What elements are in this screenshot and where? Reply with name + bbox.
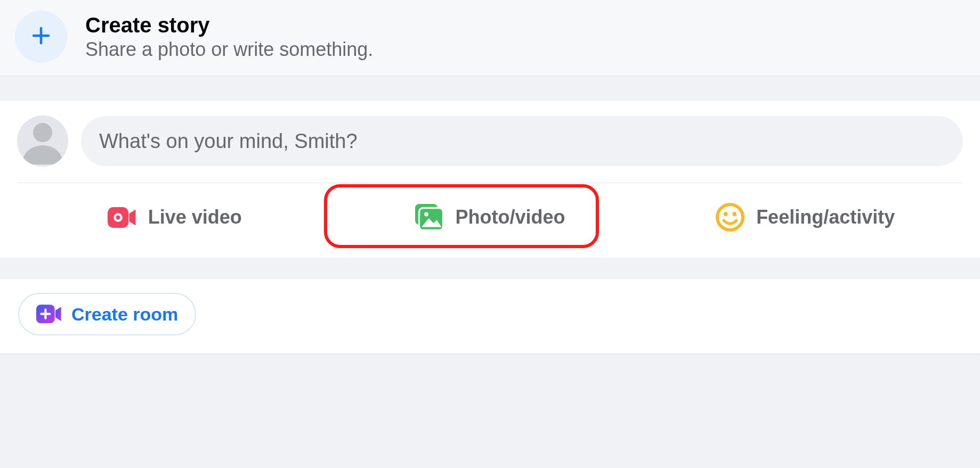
plus-icon <box>30 24 52 49</box>
create-story-subtitle: Share a photo or write something. <box>85 38 373 61</box>
create-story-title: Create story <box>85 13 373 37</box>
svg-point-11 <box>724 212 728 216</box>
create-story-text: Create story Share a photo or write some… <box>85 13 373 61</box>
composer-actions-row: Live video Photo/video <box>17 188 963 248</box>
live-video-label: Live video <box>148 206 242 228</box>
avatar-placeholder-icon <box>17 116 68 167</box>
spacer <box>0 76 980 101</box>
photo-video-button[interactable]: Photo/video <box>333 191 648 244</box>
live-video-button[interactable]: Live video <box>17 191 333 244</box>
photo-video-label: Photo/video <box>456 206 565 228</box>
svg-point-12 <box>732 212 736 216</box>
feeling-activity-label: Feeling/activity <box>756 206 895 228</box>
composer-divider <box>17 183 963 183</box>
composer-top-row: What's on your mind, Smith? <box>17 116 963 167</box>
user-avatar[interactable] <box>17 116 68 167</box>
live-video-icon <box>108 203 136 232</box>
svg-point-10 <box>717 204 743 230</box>
svg-point-6 <box>116 215 120 219</box>
create-story-card[interactable]: Create story Share a photo or write some… <box>0 0 980 76</box>
composer-placeholder: What's on your mind, Smith? <box>99 130 358 153</box>
create-room-button[interactable]: Create room <box>18 293 196 335</box>
rooms-card: Create room <box>0 279 980 354</box>
create-story-button[interactable] <box>15 11 67 63</box>
composer-card: What's on your mind, Smith? Live video <box>0 101 980 258</box>
feeling-activity-icon <box>716 203 744 232</box>
feeling-activity-button[interactable]: Feeling/activity <box>647 191 963 244</box>
svg-point-9 <box>424 212 428 216</box>
composer-input[interactable]: What's on your mind, Smith? <box>81 116 963 166</box>
create-room-label: Create room <box>71 304 178 325</box>
svg-point-3 <box>33 123 52 142</box>
create-room-icon <box>36 301 62 327</box>
photo-video-icon <box>415 203 444 232</box>
spacer <box>0 258 980 279</box>
